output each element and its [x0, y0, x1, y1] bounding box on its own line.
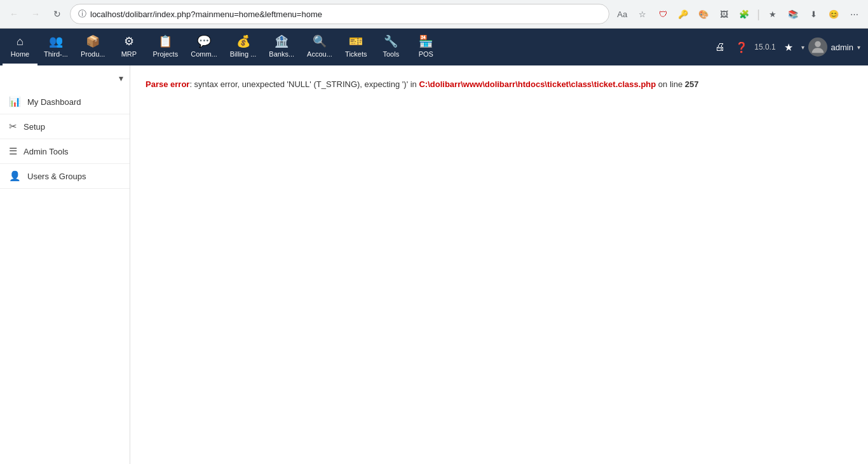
- nav-products-label: Produ...: [81, 50, 105, 58]
- nav-banks[interactable]: 🏦 Banks...: [262, 29, 301, 65]
- nav-tools[interactable]: 🔧 Tools: [374, 29, 409, 65]
- error-line-number: 257: [685, 79, 699, 89]
- dashboard-icon: 📊: [9, 96, 21, 107]
- nav-third[interactable]: 👥 Third-...: [37, 29, 74, 65]
- bookmark-dropdown[interactable]: ▾: [801, 44, 804, 51]
- error-message: : syntax error, unexpected 'NULL' (T_STR…: [189, 79, 419, 89]
- address-bar[interactable]: ⓘ localhost/dolibarr/index.php?mainmenu=…: [70, 4, 609, 24]
- main-layout: ▾ 📊 My Dashboard ✂ Setup ☰ Admin Tools 👤…: [0, 65, 868, 464]
- read-aloud-button[interactable]: Aa: [613, 5, 631, 23]
- nav-right: 🖨 ❓ 15.0.1 ★ ▾ admin ▾: [711, 29, 865, 65]
- banks-icon: 🏦: [275, 34, 288, 48]
- browser-toolbar: ← → ↻ ⓘ localhost/dolibarr/index.php?mai…: [0, 0, 868, 28]
- downloads-button[interactable]: ⬇: [804, 5, 822, 23]
- favorites-star-button[interactable]: ★: [764, 5, 782, 23]
- admin-label[interactable]: admin: [831, 43, 853, 52]
- sidebar-item-users-groups[interactable]: 👤 Users & Groups: [0, 164, 130, 189]
- sidebar: ▾ 📊 My Dashboard ✂ Setup ☰ Admin Tools 👤…: [0, 65, 130, 464]
- print-button[interactable]: 🖨: [711, 38, 729, 56]
- sidebar-collapse-button[interactable]: ▾: [119, 73, 123, 83]
- more-button[interactable]: ⋯: [845, 5, 863, 23]
- sidebar-dashboard-label: My Dashboard: [27, 97, 81, 107]
- collections-button[interactable]: 📚: [784, 5, 802, 23]
- nav-accou[interactable]: 🔍 Accou...: [301, 29, 339, 65]
- nav-billing-label: Billing ...: [230, 50, 257, 58]
- ext-puzzle-button[interactable]: 🧩: [735, 5, 753, 23]
- browser-actions: Aa ☆ 🛡 🔑 🎨 🖼 🧩 | ★ 📚 ⬇ 😊 ⋯: [613, 5, 863, 23]
- sidebar-item-setup[interactable]: ✂ Setup: [0, 114, 130, 139]
- help-button[interactable]: ❓: [733, 38, 750, 56]
- nav-billing[interactable]: 💰 Billing ...: [224, 29, 263, 65]
- version-label: 15.0.1: [754, 43, 775, 51]
- third-icon: 👥: [49, 34, 63, 48]
- sidebar-setup-label: Setup: [24, 122, 45, 132]
- nav-products[interactable]: 📦 Produ...: [74, 29, 112, 65]
- sidebar-item-dashboard[interactable]: 📊 My Dashboard: [0, 90, 130, 114]
- admin-dropdown[interactable]: ▾: [857, 44, 860, 51]
- tools-icon: 🔧: [384, 34, 398, 48]
- back-button[interactable]: ←: [5, 5, 23, 23]
- nav-third-label: Third-...: [44, 50, 68, 58]
- users-groups-icon: 👤: [9, 170, 21, 182]
- nav-home-label: Home: [11, 50, 29, 58]
- app-nav: ⌂ Home 👥 Third-... 📦 Produ... ⚙ MRP 📋 Pr…: [0, 29, 868, 65]
- ext-ublock-button[interactable]: 🛡: [654, 5, 672, 23]
- projects-icon: 📋: [158, 34, 172, 48]
- nav-mrp-label: MRP: [121, 50, 137, 58]
- sidebar-admin-tools-label: Admin Tools: [24, 147, 69, 156]
- url-text: localhost/dolibarr/index.php?mainmenu=ho…: [90, 10, 601, 19]
- nav-pos-label: POS: [419, 50, 433, 58]
- content-area: Parse error: syntax error, unexpected 'N…: [130, 65, 868, 464]
- bookmark-button[interactable]: ★: [780, 38, 797, 56]
- nav-comm-label: Comm...: [191, 50, 217, 58]
- forward-button[interactable]: →: [27, 5, 44, 23]
- nav-mrp[interactable]: ⚙ MRP: [111, 29, 146, 65]
- ext-key-button[interactable]: 🔑: [674, 5, 692, 23]
- nav-tools-label: Tools: [383, 50, 399, 58]
- nav-comm[interactable]: 💬 Comm...: [184, 29, 224, 65]
- sidebar-item-admin-tools[interactable]: ☰ Admin Tools: [0, 139, 130, 164]
- reload-button[interactable]: ↻: [48, 5, 66, 23]
- sidebar-users-groups-label: Users & Groups: [27, 172, 86, 181]
- profile-button[interactable]: 😊: [825, 5, 843, 23]
- billing-icon: 💰: [236, 34, 250, 48]
- favorites-button[interactable]: ☆: [634, 5, 651, 23]
- error-path: C:\dolibarr\www\dolibarr\htdocs\ticket\c…: [419, 79, 656, 89]
- comm-icon: 💬: [197, 34, 211, 48]
- setup-icon: ✂: [9, 121, 17, 132]
- mrp-icon: ⚙: [124, 34, 134, 48]
- admin-tools-icon: ☰: [9, 146, 17, 157]
- svg-point-0: [815, 41, 820, 47]
- tickets-icon: 🎫: [349, 34, 363, 48]
- nav-projects[interactable]: 📋 Projects: [146, 29, 184, 65]
- parse-error-message: Parse error: syntax error, unexpected 'N…: [146, 78, 853, 92]
- error-line-label: on line: [656, 79, 685, 89]
- ext-frame-button[interactable]: 🖼: [715, 5, 733, 23]
- sidebar-collapse-area: ▾: [0, 69, 130, 90]
- nav-pos[interactable]: 🏪 POS: [409, 29, 444, 65]
- nav-home[interactable]: ⌂ Home: [3, 29, 37, 65]
- products-icon: 📦: [86, 34, 100, 48]
- accou-icon: 🔍: [313, 34, 327, 48]
- avatar: [808, 38, 827, 57]
- ext-color-button[interactable]: 🎨: [695, 5, 712, 23]
- pos-icon: 🏪: [419, 34, 433, 48]
- nav-tickets-label: Tickets: [345, 50, 367, 58]
- error-label: Parse error: [146, 79, 189, 89]
- home-icon: ⌂: [17, 35, 24, 48]
- nav-projects-label: Projects: [153, 50, 178, 58]
- browser-chrome: ← → ↻ ⓘ localhost/dolibarr/index.php?mai…: [0, 0, 868, 29]
- nav-tickets[interactable]: 🎫 Tickets: [339, 29, 374, 65]
- nav-accou-label: Accou...: [307, 50, 332, 58]
- info-icon: ⓘ: [78, 8, 86, 20]
- nav-banks-label: Banks...: [269, 50, 294, 58]
